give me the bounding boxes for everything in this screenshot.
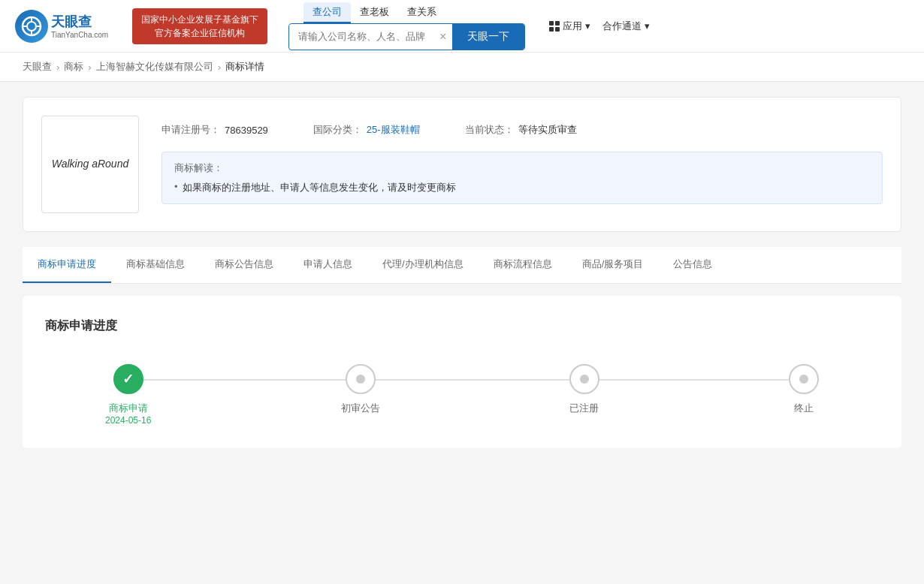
tab-applicant[interactable]: 申请人信息 bbox=[288, 247, 367, 283]
trademark-fields: 申请注册号： 78639529 国际分类： 25-服装鞋帽 当前状态： 等待实质… bbox=[162, 123, 883, 137]
trademark-image-text: Walking aRound bbox=[52, 157, 128, 172]
tab-announcement[interactable]: 商标公告信息 bbox=[200, 247, 288, 283]
breadcrumb: 天眼查 › 商标 › 上海智赫文化传媒有限公司 › 商标详情 bbox=[0, 53, 924, 82]
tab-progress[interactable]: 商标申请进度 bbox=[23, 247, 111, 283]
reg-no-value: 78639529 bbox=[225, 125, 268, 136]
reg-no-label: 申请注册号： bbox=[162, 123, 220, 137]
note-item: • 如果商标的注册地址、申请人等信息发生变化，请及时变更商标 bbox=[174, 181, 870, 194]
intl-class-field: 国际分类： 25-服装鞋帽 bbox=[313, 123, 420, 137]
intl-class-label: 国际分类： bbox=[313, 123, 362, 137]
progress-step-4: 终止 bbox=[789, 364, 819, 426]
breadcrumb-current: 商标详情 bbox=[225, 60, 264, 74]
tab-search-boss[interactable]: 查老板 bbox=[351, 2, 398, 23]
breadcrumb-home[interactable]: 天眼查 bbox=[23, 60, 52, 74]
header-right: 应用 ▾ 合作通道 ▾ bbox=[549, 20, 650, 33]
step-label-4: 终止 bbox=[794, 402, 814, 415]
banner: 国家中小企业发展子基金旗下 官方备案企业征信机构 bbox=[132, 8, 267, 44]
step-circle-1: ✓ bbox=[113, 364, 143, 394]
search-bar: × 天眼一下 bbox=[288, 23, 525, 50]
step-circle-3 bbox=[569, 364, 599, 394]
logo-area: 天眼查 TianYanCha.com bbox=[15, 10, 120, 43]
clear-icon[interactable]: × bbox=[433, 30, 452, 44]
trademark-card: Walking aRound 申请注册号： 78639529 国际分类： 25-… bbox=[23, 97, 901, 232]
main-content: Walking aRound 申请注册号： 78639529 国际分类： 25-… bbox=[0, 82, 924, 463]
progress-title: 商标申请进度 bbox=[45, 318, 879, 334]
tab-search-relation[interactable]: 查关系 bbox=[398, 2, 445, 23]
step-label-1: 商标申请 bbox=[105, 402, 151, 415]
reg-no-field: 申请注册号： 78639529 bbox=[162, 123, 268, 137]
status-value: 等待实质审查 bbox=[518, 123, 577, 137]
search-tabs: 查公司 查老板 查关系 bbox=[303, 2, 525, 23]
partner-button[interactable]: 合作通道 ▾ bbox=[602, 20, 650, 33]
apps-button[interactable]: 应用 ▾ bbox=[549, 20, 590, 33]
header: 天眼查 TianYanCha.com 国家中小企业发展子基金旗下 官方备案企业征… bbox=[0, 0, 924, 53]
breadcrumb-trademark[interactable]: 商标 bbox=[64, 60, 83, 74]
status-label: 当前状态： bbox=[465, 123, 514, 137]
trademark-top: Walking aRound 申请注册号： 78639529 国际分类： 25-… bbox=[41, 116, 883, 213]
logo-icon bbox=[15, 10, 48, 43]
intl-class-value: 25-服装鞋帽 bbox=[367, 123, 420, 137]
svg-point-1 bbox=[27, 22, 36, 31]
tab-process[interactable]: 商标流程信息 bbox=[479, 247, 567, 283]
tabs-bar: 商标申请进度 商标基础信息 商标公告信息 申请人信息 代理/办理机构信息 商标流… bbox=[23, 247, 901, 284]
tab-search-company[interactable]: 查公司 bbox=[303, 2, 351, 23]
progress-section: 商标申请进度 ✓ 商标申请 2024-05-16 bbox=[23, 296, 901, 448]
note-title: 商标解读： bbox=[174, 161, 870, 175]
tab-goods[interactable]: 商品/服务项目 bbox=[567, 247, 659, 283]
trademark-info: 申请注册号： 78639529 国际分类： 25-服装鞋帽 当前状态： 等待实质… bbox=[162, 116, 883, 204]
progress-step-1: ✓ 商标申请 2024-05-16 bbox=[105, 364, 151, 426]
logo-main-text: 天眼查 bbox=[51, 13, 108, 31]
logo-text: 天眼查 TianYanCha.com bbox=[51, 13, 108, 39]
progress-step-3: 已注册 bbox=[569, 364, 599, 426]
trademark-image: Walking aRound bbox=[41, 116, 139, 213]
progress-steps: ✓ 商标申请 2024-05-16 初审公告 bbox=[105, 364, 819, 426]
tab-basic-info[interactable]: 商标基础信息 bbox=[111, 247, 200, 283]
step-label-3: 已注册 bbox=[569, 402, 599, 415]
step-label-2: 初审公告 bbox=[341, 402, 380, 415]
tab-notice[interactable]: 公告信息 bbox=[658, 247, 727, 283]
step-circle-2 bbox=[346, 364, 376, 394]
breadcrumb-company[interactable]: 上海智赫文化传媒有限公司 bbox=[96, 60, 213, 74]
tab-agent[interactable]: 代理/办理机构信息 bbox=[367, 247, 479, 283]
search-input[interactable] bbox=[289, 25, 433, 48]
search-button[interactable]: 天眼一下 bbox=[452, 24, 524, 50]
trademark-note: 商标解读： • 如果商标的注册地址、申请人等信息发生变化，请及时变更商标 bbox=[162, 152, 883, 204]
status-field: 当前状态： 等待实质审查 bbox=[465, 123, 577, 137]
logo-sub-text: TianYanCha.com bbox=[51, 31, 108, 39]
step-circle-4 bbox=[789, 364, 819, 394]
step-date-1: 2024-05-16 bbox=[105, 415, 151, 426]
progress-step-2: 初审公告 bbox=[341, 364, 380, 426]
apps-grid-icon bbox=[549, 21, 560, 32]
